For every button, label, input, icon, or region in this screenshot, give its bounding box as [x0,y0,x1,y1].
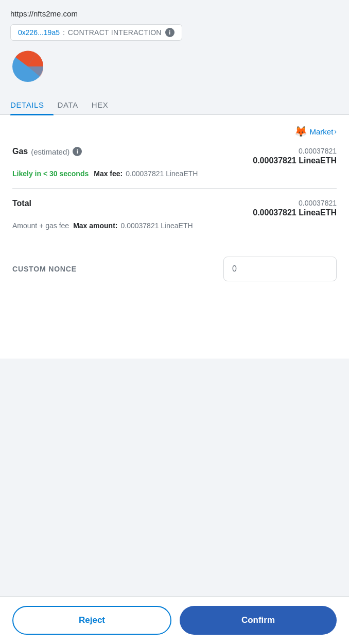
market-row[interactable]: 🦊 Market › [12,125,337,138]
confirm-button[interactable]: Confirm [180,606,337,635]
gas-info-icon[interactable]: i [73,147,82,156]
likely-text: Likely in < 30 seconds [12,170,89,178]
max-fee-value: 0.00037821 LineaETH [126,170,198,178]
nonce-input[interactable] [223,257,337,281]
reject-button[interactable]: Reject [12,606,171,635]
contract-badge[interactable]: 0x226...19a5 : CONTRACT INTERACTION i [10,24,182,41]
tab-data[interactable]: DATA [58,95,88,114]
tab-hex[interactable]: HEX [92,95,118,114]
total-label: Total [12,199,31,208]
tab-details[interactable]: DETAILS [10,95,54,114]
gas-estimated-label: (estimated) [31,147,69,156]
contract-address: 0x226...19a5 [18,28,60,37]
gas-main-value: 0.00037821 LineaETH [253,156,337,165]
likely-row: Likely in < 30 seconds Max fee: 0.000378… [12,170,337,178]
gas-values: 0.00037821 0.00037821 LineaETH [253,147,337,165]
total-values: 0.00037821 0.00037821 LineaETH [253,199,337,217]
pie-chart-icon [10,49,45,84]
max-fee-label: Max fee: [94,170,123,178]
fox-icon: 🦊 [294,125,307,138]
divider [12,188,337,189]
gas-header-row: Gas (estimated) i 0.00037821 0.00037821 … [12,147,337,165]
amount-row: Amount + gas fee Max amount: 0.00037821 … [12,222,337,230]
gas-section: Gas (estimated) i 0.00037821 0.00037821 … [12,147,337,178]
total-section: Total 0.00037821 0.00037821 LineaETH Amo… [12,199,337,230]
icon-area [0,49,349,95]
total-small-value: 0.00037821 [253,199,337,207]
contract-type: CONTRACT INTERACTION [68,28,162,37]
site-url: https://nfts2me.com [10,9,339,18]
max-amount-value: 0.00037821 LineaETH [120,222,193,230]
market-link[interactable]: Market [309,127,333,136]
info-icon[interactable]: i [165,28,174,37]
contract-separator: : [63,28,65,37]
nonce-label: CUSTOM NONCE [12,265,77,273]
max-amount-label: Max amount: [73,222,117,230]
amount-label: Amount + gas fee [12,222,69,230]
chevron-right-icon: › [334,127,337,135]
main-content: 🦊 Market › Gas (estimated) i 0.00037821 … [0,115,349,359]
header-section: https://nfts2me.com 0x226...19a5 : CONTR… [0,0,349,49]
gas-label-group: Gas (estimated) i [12,147,82,156]
nonce-section: CUSTOM NONCE [12,244,337,297]
total-main-value: 0.00037821 LineaETH [253,208,337,217]
tabs-bar: DETAILS DATA HEX [0,95,349,115]
gas-label: Gas [12,147,28,156]
gas-small-value: 0.00037821 [253,147,337,155]
footer-buttons: Reject Confirm [0,596,349,644]
total-header-row: Total 0.00037821 0.00037821 LineaETH [12,199,337,217]
